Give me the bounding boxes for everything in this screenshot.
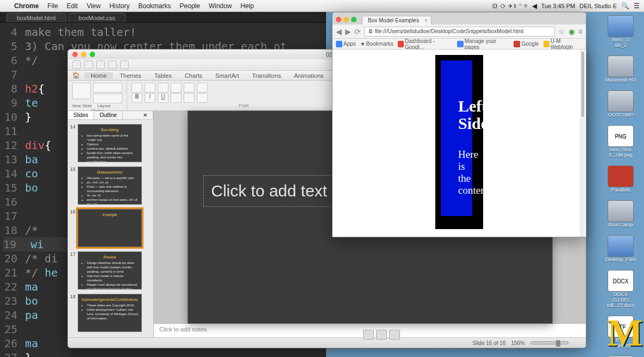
back-icon[interactable]: ◀ <box>336 27 342 36</box>
editor-tabbar: boxModel.html boxModel.css <box>0 12 326 23</box>
menu-edit[interactable]: Edit <box>62 2 83 10</box>
qat-undo-icon[interactable] <box>84 60 93 69</box>
new-slide-button[interactable] <box>72 83 91 99</box>
desktop-icon[interactable]: Parallels <box>608 165 634 193</box>
editor-tab-css[interactable]: boxModel.css <box>68 13 126 22</box>
thumb-tab-slides[interactable]: Slides <box>68 111 94 119</box>
ppt-thumbnail-pane[interactable]: Slides Outline ✕ 14Box-sizingbox-sizing … <box>68 111 154 337</box>
desktop-icon[interactable]: PNGreen Shot 5...AM.png <box>608 125 634 158</box>
ppt-statusbar: Slide 16 of 18 156% <box>68 337 586 348</box>
slide-minitool-2[interactable] <box>376 330 387 340</box>
bm-weblogin[interactable]: U-M Weblogin <box>543 38 583 50</box>
file-icon: 🗎 <box>368 28 373 34</box>
desktop-icon[interactable]: OOTCAMP <box>608 90 634 118</box>
address-bar[interactable]: 🗎 file:///Users/deilstudioe/Desktop/Code… <box>364 27 555 36</box>
slide-minitool-3[interactable] <box>389 330 400 340</box>
desktop-icon[interactable]: Desktop_Files <box>605 235 636 262</box>
tab-close-icon[interactable]: × <box>424 17 428 23</box>
ribbon-tab-themes[interactable]: Themes <box>113 72 148 79</box>
status-icons[interactable]: ⚙ ⟳ ◑ ▯ ⌃ ᯤ ◀︎ <box>492 2 537 10</box>
ribbon-tab-animations[interactable]: Animations <box>287 72 330 79</box>
apps-button[interactable]: Apps <box>336 41 356 47</box>
slide-thumb[interactable]: Example <box>78 209 142 247</box>
new-slide-label: New Slide <box>72 103 92 108</box>
desktop-icons: mera_O als_2Macintosh HDOOTCAMPPNGreen S… <box>601 15 641 357</box>
qat-redo-icon[interactable] <box>96 60 105 69</box>
slide-minitool-1[interactable] <box>363 330 374 340</box>
desktop-icon[interactable]: Macintosh HD <box>605 56 636 83</box>
menubar-user[interactable]: DEIL Studio E <box>579 3 617 9</box>
ribbon-tab-smartart[interactable]: SmartArt <box>209 72 245 79</box>
ribbon-tab-charts[interactable]: Charts <box>178 72 209 79</box>
ribbon-tab-transitions[interactable]: Transitions <box>246 72 287 79</box>
menu-view[interactable]: View <box>82 2 105 10</box>
mac-menubar: Chrome File Edit View History Bookmarks … <box>0 0 644 12</box>
thumb-close-icon[interactable]: ✕ <box>137 111 153 119</box>
qat-save-icon[interactable] <box>72 60 81 69</box>
bm-bookmarks[interactable]: ★ Bookmarks <box>360 41 393 47</box>
chrome-minimize-icon[interactable] <box>343 17 349 22</box>
view-sorter-icon[interactable] <box>85 340 93 346</box>
qat-print-icon[interactable] <box>108 60 117 69</box>
zoom-slider[interactable] <box>530 341 568 344</box>
michigan-logo: M <box>607 311 639 355</box>
view-normal-icon[interactable] <box>72 340 80 346</box>
page-block-1: Left Side Here is the conten <box>435 55 483 229</box>
bm-manage[interactable]: Manage your pages <box>457 38 509 50</box>
slide-thumb[interactable]: Box-sizingbox-sizing takes some of the "… <box>78 124 142 162</box>
menu-history[interactable]: History <box>105 2 134 10</box>
menu-help[interactable]: Help <box>236 2 259 10</box>
menu-people[interactable]: People <box>176 2 204 10</box>
app-name[interactable]: Chrome <box>10 2 43 10</box>
bm-google[interactable]: Google <box>514 41 539 47</box>
notifications-icon[interactable]: ☰ <box>634 2 640 10</box>
thumb-tab-outline[interactable]: Outline <box>94 111 123 119</box>
view-slideshow-icon[interactable] <box>98 340 106 346</box>
chrome-zoom-icon[interactable] <box>351 17 357 22</box>
reload-icon[interactable]: ⟳ <box>354 27 361 36</box>
chrome-window: Box Model Examples × ◀ ▶ ⟳ 🗎 file:///Use… <box>332 12 586 237</box>
section-dropdown[interactable] <box>93 94 122 103</box>
menubar-clock[interactable]: Tue 3:45 PM <box>541 3 576 9</box>
chrome-tab[interactable]: Box Model Examples × <box>362 16 432 24</box>
minimize-icon[interactable] <box>81 52 86 57</box>
menu-file[interactable]: File <box>43 2 62 10</box>
layout-dropdown[interactable] <box>93 83 122 93</box>
desktop-icon[interactable]: Boot Camp <box>608 200 634 227</box>
bm-dashboard[interactable]: Dashboard - Googl… <box>398 38 453 50</box>
evernote-icon[interactable]: ◉ <box>568 27 575 36</box>
status-slide-count: Slide 16 of 18 <box>472 340 505 346</box>
chrome-close-icon[interactable] <box>336 17 341 22</box>
menu-bookmarks[interactable]: Bookmarks <box>134 2 176 10</box>
chrome-page[interactable]: Left Side Here is the conten <box>333 50 586 237</box>
slide-thumb[interactable]: Acknowledgements/ContributionsThese slid… <box>78 294 142 332</box>
close-icon[interactable] <box>72 52 78 57</box>
forward-icon[interactable]: ▶ <box>345 27 351 36</box>
menu-window[interactable]: Window <box>204 2 236 10</box>
ribbon-tab-home[interactable]: Home <box>84 72 113 79</box>
qat-slideshow-icon[interactable] <box>120 60 129 69</box>
chrome-bookmark-bar: Apps ★ Bookmarks Dashboard - Googl… Mana… <box>333 39 586 50</box>
chrome-menu-icon[interactable]: ≡ <box>578 27 583 36</box>
bookmark-star-icon[interactable]: ☆ <box>558 27 565 36</box>
spotlight-icon[interactable]: 🔍 <box>621 2 629 10</box>
desktop-icon[interactable]: DOCXDOCX ZLI DEI ndl...27.docx <box>607 270 634 308</box>
page-scrollbar[interactable] <box>580 50 585 237</box>
zoom-icon[interactable] <box>90 52 95 57</box>
ribbon-home-icon[interactable]: 🏠 <box>68 72 84 79</box>
group-font-label: Font <box>132 103 356 108</box>
chrome-toolbar: ◀ ▶ ⟳ 🗎 file:///Users/deilstudioe/Deskto… <box>333 24 586 39</box>
editor-tab-html[interactable]: boxModel.html <box>7 13 66 22</box>
desktop-icon[interactable]: mera_O als_2 <box>608 15 634 48</box>
slide-thumb[interactable]: ReviewDesign sketches should be done wit… <box>78 251 142 290</box>
chrome-tabstrip: Box Model Examples × <box>333 13 586 24</box>
ribbon-tab-tables[interactable]: Tables <box>148 72 178 79</box>
slide-thumb[interactable]: MeasurementsAbsolute — set to a specific… <box>78 167 142 205</box>
fit-slide-icon[interactable] <box>574 340 582 346</box>
layout-label: Layout <box>97 103 110 108</box>
status-zoom[interactable]: 156% <box>511 340 525 346</box>
